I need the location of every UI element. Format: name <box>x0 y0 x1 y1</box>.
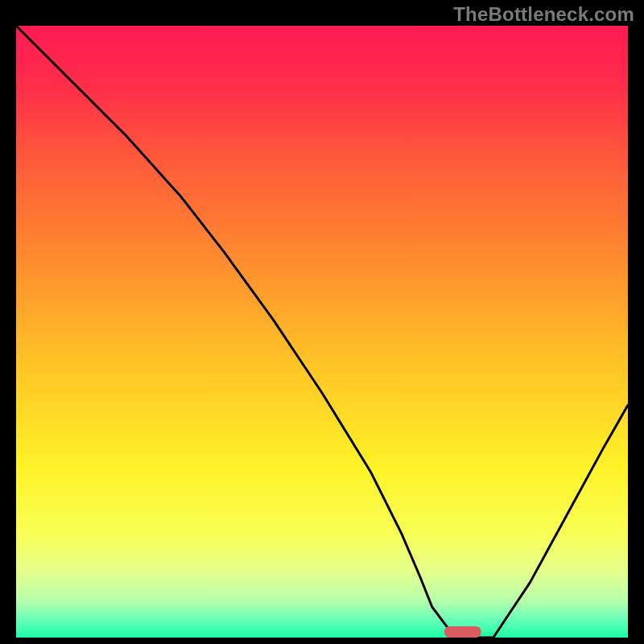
watermark-text: TheBottleneck.com <box>453 3 634 26</box>
optimum-marker <box>444 626 481 638</box>
plot-area <box>16 26 628 638</box>
chart-svg <box>16 26 628 638</box>
chart-frame: TheBottleneck.com <box>0 0 644 644</box>
